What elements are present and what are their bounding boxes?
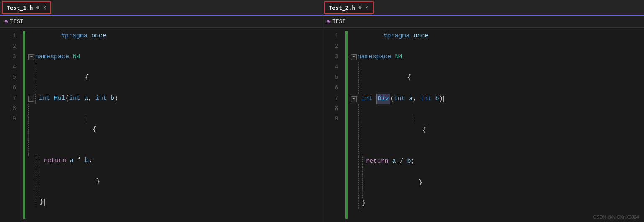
ln9: 9 — [8, 114, 16, 125]
close-icon-1[interactable]: × — [43, 5, 46, 11]
close-icon-2[interactable]: × — [365, 5, 368, 11]
code-lines-1: #pragma once − namespace N4 { — [28, 31, 322, 219]
pragma-once: once — [91, 31, 106, 42]
ln2-9: 9 — [331, 114, 339, 125]
collapse-ns-2[interactable]: − — [351, 54, 357, 60]
ln5: 5 — [8, 73, 16, 83]
code-line-1-3: − namespace N4 — [28, 52, 314, 63]
breadcrumb-text-2: TEST — [332, 18, 345, 25]
ln4: 4 — [8, 62, 16, 73]
code-area-2[interactable]: 1 2 3 4 5 6 7 8 9 #pragma once — [322, 28, 644, 222]
editor-pane-1: Test_1.h ⊕ × ⊕ TEST 1 2 3 4 5 6 7 8 9 — [0, 0, 322, 222]
breadcrumb-icon-1: ⊕ — [4, 18, 8, 25]
code-line-2-4: { — [351, 62, 636, 93]
collapse-ns-1[interactable]: − — [28, 54, 34, 60]
code-line-1-5: − int Mul ( int a , int b ) — [28, 94, 314, 104]
ln2-6: 6 — [331, 83, 339, 94]
code-line-2-7: return a / b ; — [351, 157, 636, 167]
code-area-1[interactable]: 1 2 3 4 5 6 7 8 9 #pragma once — [0, 28, 322, 222]
code-lines-2: #pragma once − namespace N4 { — [351, 31, 644, 219]
code-line-1-7: return a * b ; — [28, 156, 314, 166]
breadcrumb-text-1: TEST — [10, 18, 23, 25]
pin-icon-1[interactable]: ⊕ — [36, 4, 40, 11]
code-line-1-9: } — [28, 197, 314, 208]
ns-name-1: N4 — [73, 52, 80, 63]
tab-bar-1: Test_1.h ⊕ × — [0, 0, 322, 16]
code-line-1-4: { — [28, 62, 314, 93]
pragma-kw: #pragma — [61, 31, 91, 42]
ln3: 3 — [8, 52, 16, 63]
green-bar-2 — [345, 31, 348, 219]
ln2: 2 — [8, 42, 16, 52]
green-bar-1 — [23, 31, 25, 219]
code-line-2-9: } — [351, 198, 636, 209]
ln2-8: 8 — [331, 104, 339, 114]
highlight-div-fn: Div — [376, 94, 390, 105]
ln2-7: 7 — [331, 94, 339, 104]
watermark: CSDN @NICKnK0824 — [593, 214, 639, 219]
text-cursor-2 — [443, 96, 444, 102]
code-line-2-6: { — [351, 104, 636, 157]
breadcrumb-icon-2: ⊕ — [327, 18, 330, 25]
code-line-1-8: } — [28, 166, 314, 197]
ln2-1: 1 — [331, 31, 339, 42]
line-numbers-1: 1 2 3 4 5 6 7 8 9 — [0, 31, 23, 219]
tab-title-2: Test_2.h — [329, 5, 355, 11]
line-numbers-2: 1 2 3 4 5 6 7 8 9 — [322, 31, 345, 219]
ln2-4: 4 — [331, 62, 339, 73]
collapse-fn-1[interactable]: − — [28, 96, 34, 102]
code-line-1-6: { — [28, 104, 314, 156]
code-line-2-2 — [351, 42, 636, 52]
pin-icon-2[interactable]: ⊕ — [358, 4, 362, 11]
code-line-2-3: − namespace N4 — [351, 52, 636, 63]
text-cursor-1 — [44, 199, 45, 206]
code-line-1-1: #pragma once — [28, 31, 314, 42]
ln8: 8 — [8, 104, 16, 114]
tab-test1[interactable]: Test_1.h ⊕ × — [2, 1, 51, 14]
breadcrumb-2: ⊕ TEST — [322, 16, 644, 28]
code-line-1-2 — [28, 42, 314, 52]
ln6: 6 — [8, 83, 16, 94]
ln2-3: 3 — [331, 52, 339, 63]
tab-test2[interactable]: Test_2.h ⊕ × — [324, 1, 374, 14]
code-content-2: #pragma once − namespace N4 { — [345, 31, 644, 219]
code-line-2-5: − int Div ( int a , int b ) — [351, 94, 636, 105]
ln2-5: 5 — [331, 73, 339, 83]
code-line-2-8: } — [351, 167, 636, 198]
code-content-1: #pragma once − namespace N4 { — [23, 31, 322, 219]
ns-kw-1: namespace — [35, 52, 73, 63]
breadcrumb-1: ⊕ TEST — [0, 16, 322, 28]
collapse-fn-2[interactable]: − — [351, 96, 357, 102]
ln2-2: 2 — [331, 42, 339, 52]
tab-title-1: Test_1.h — [7, 5, 33, 11]
editor-pane-2: Test_2.h ⊕ × ⊕ TEST 1 2 3 4 5 6 7 8 9 — [322, 0, 644, 222]
code-line-2-1: #pragma once — [351, 31, 636, 42]
ln1: 1 — [8, 31, 16, 42]
tab-bar-2: Test_2.h ⊕ × — [322, 0, 644, 16]
ln7: 7 — [8, 94, 16, 104]
